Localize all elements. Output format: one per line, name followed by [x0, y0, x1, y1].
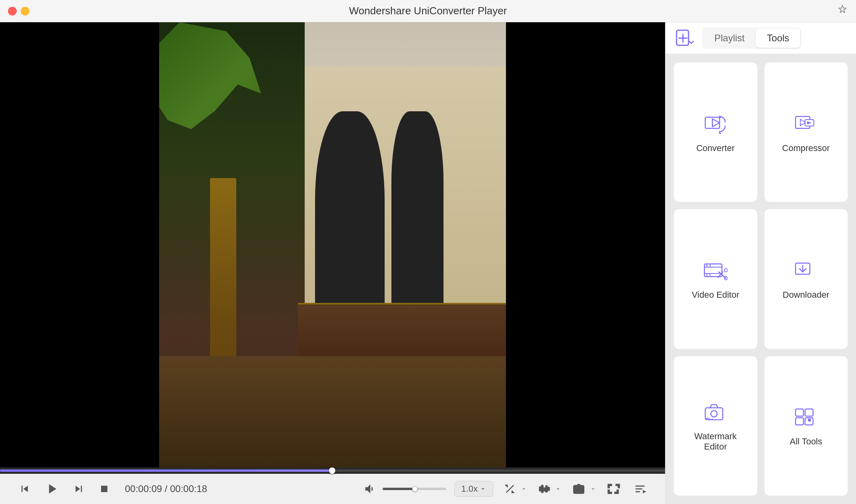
- all-tools-label: All Tools: [790, 436, 822, 447]
- window-controls: [8, 7, 29, 16]
- arch-door2: [391, 111, 444, 312]
- tab-tools[interactable]: Tools: [756, 29, 800, 48]
- all-tools-icon: [793, 405, 819, 430]
- fullscreen-button[interactable]: [605, 480, 623, 498]
- volume-thumb: [412, 486, 418, 492]
- watermark-editor-label: Watermark Editor: [683, 431, 748, 452]
- watermark-editor-icon: [703, 399, 728, 425]
- audio-control-group: [535, 480, 562, 498]
- close-button[interactable]: [8, 7, 17, 16]
- playlist-toggle-button[interactable]: [631, 480, 649, 498]
- downloader-label: Downloader: [783, 290, 829, 300]
- tool-downloader[interactable]: Downloader: [764, 209, 848, 349]
- svg-rect-0: [539, 487, 541, 491]
- total-time: 00:00:18: [170, 483, 207, 494]
- svg-point-36: [711, 411, 717, 417]
- crop-control-group: [501, 480, 527, 498]
- app-title: Wondershare UniConverter Player: [349, 5, 507, 17]
- pin-icon[interactable]: [837, 4, 848, 18]
- video-frame: [159, 22, 506, 467]
- sidebar-header: Playlist Tools: [665, 22, 856, 54]
- left-black-bar: [0, 22, 159, 467]
- video-editor-icon: [703, 258, 728, 283]
- speed-button[interactable]: 1.0x: [454, 481, 493, 497]
- compressor-label: Compressor: [782, 143, 830, 153]
- converter-icon: [703, 111, 728, 137]
- audio-dropdown-icon: [554, 485, 562, 492]
- svg-rect-2: [544, 488, 545, 491]
- screenshot-control-group: [570, 480, 597, 498]
- tab-playlist[interactable]: Playlist: [703, 29, 756, 48]
- svg-rect-3: [546, 486, 547, 492]
- play-button[interactable]: [41, 479, 62, 499]
- main-content: 00:00:09 / 00:00:18 1.0x: [0, 22, 856, 504]
- volume-slider[interactable]: [383, 488, 446, 490]
- volume-button[interactable]: [361, 480, 379, 498]
- time-separator: /: [162, 483, 170, 494]
- tool-watermark-editor[interactable]: Watermark Editor: [673, 356, 758, 496]
- minimize-button[interactable]: [21, 7, 29, 16]
- downloader-icon: [793, 258, 819, 283]
- svg-rect-4: [548, 487, 549, 490]
- screenshot-dropdown-icon: [589, 485, 597, 492]
- arch-door: [315, 111, 384, 334]
- railing: [298, 303, 506, 356]
- crop-dropdown-icon: [520, 485, 527, 492]
- svg-rect-37: [796, 409, 803, 416]
- svg-marker-10: [643, 490, 646, 494]
- tool-all-tools[interactable]: All Tools: [764, 356, 848, 496]
- svg-rect-38: [805, 409, 813, 416]
- titlebar: Wondershare UniConverter Player: [0, 0, 856, 22]
- svg-rect-39: [796, 418, 803, 425]
- progress-bar-container[interactable]: [0, 467, 665, 474]
- ground: [159, 356, 506, 467]
- audio-button[interactable]: [535, 480, 553, 498]
- tool-converter[interactable]: Converter: [673, 62, 758, 202]
- progress-track: [0, 469, 665, 472]
- tools-grid: Converter Compressor: [665, 54, 856, 504]
- video-player[interactable]: [0, 22, 665, 467]
- add-file-button[interactable]: [673, 27, 696, 49]
- crop-button[interactable]: [501, 480, 519, 498]
- video-area: 00:00:09 / 00:00:18 1.0x: [0, 22, 665, 504]
- stop-button[interactable]: [95, 480, 113, 498]
- controls-bar: 00:00:09 / 00:00:18 1.0x: [0, 474, 665, 504]
- tab-group: Playlist Tools: [702, 27, 802, 49]
- svg-rect-1: [541, 485, 543, 493]
- screenshot-button[interactable]: [570, 480, 588, 498]
- volume-control: [361, 480, 446, 498]
- current-time: 00:00:09: [125, 483, 162, 494]
- svg-point-6: [577, 488, 581, 491]
- next-button[interactable]: [70, 480, 88, 498]
- speed-label: 1.0x: [461, 484, 478, 494]
- converter-label: Converter: [696, 143, 735, 153]
- progress-thumb: [329, 467, 335, 474]
- right-black-bar: [506, 22, 665, 467]
- video-editor-label: Video Editor: [692, 290, 739, 300]
- tool-video-editor[interactable]: Video Editor: [673, 209, 758, 349]
- tool-compressor[interactable]: Compressor: [764, 62, 848, 202]
- compressor-icon: [793, 111, 819, 137]
- previous-button[interactable]: [16, 480, 33, 498]
- palm-leaves: [159, 22, 261, 200]
- svg-marker-13: [712, 119, 720, 127]
- sidebar: Playlist Tools: [665, 22, 856, 504]
- time-display: 00:00:09 / 00:00:18: [125, 483, 207, 494]
- railing-top: [298, 303, 506, 304]
- svg-point-30: [724, 269, 728, 272]
- progress-fill: [0, 469, 333, 472]
